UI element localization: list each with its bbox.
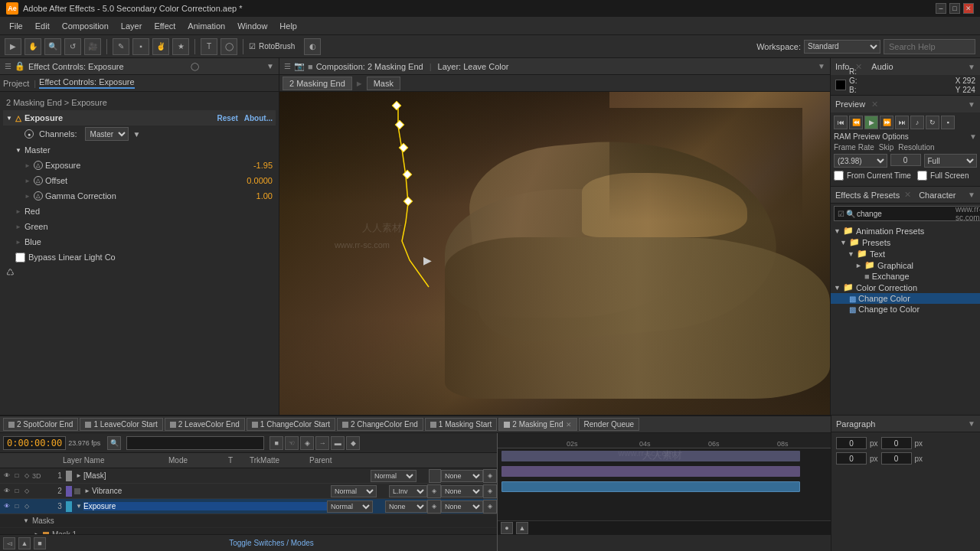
prev-play-btn[interactable]: ▶ — [864, 116, 878, 129]
swirl-icon[interactable]: ♺ — [6, 267, 15, 278]
comp-panel-menu[interactable]: ☰ — [284, 62, 291, 70]
masks-triangle[interactable]: ▼ — [23, 517, 29, 524]
menu-layer[interactable]: Layer — [115, 20, 149, 32]
layer-3-solo[interactable]: ◇ — [22, 502, 31, 511]
ec-gamma-triangle[interactable]: ► — [24, 193, 31, 200]
ec-red-triangle[interactable]: ► — [15, 208, 21, 215]
tool-camera[interactable]: 🎥 — [84, 38, 101, 55]
layer-3-parent-icon[interactable]: ◈ — [483, 500, 497, 514]
panel-close-icon[interactable]: ◯ — [191, 62, 199, 70]
para-input-2[interactable] — [881, 437, 912, 449]
effects-options[interactable]: ▼ — [968, 191, 975, 199]
tab-render-queue[interactable]: Render Queue — [579, 418, 640, 431]
layer-1-parent-icon[interactable]: ◈ — [483, 469, 497, 483]
skip-input[interactable] — [890, 154, 921, 166]
tl-footer-btn-3[interactable]: ■ — [34, 537, 46, 549]
tl-timecode[interactable]: 0:00:00:00 — [3, 436, 66, 450]
tab-2-changecolor-end[interactable]: 2 ChangeColor End — [337, 418, 423, 431]
ram-options-arrow[interactable]: ▼ — [969, 132, 977, 141]
tab-2-leavecolor-end[interactable]: 2 LeaveColor End — [165, 418, 245, 431]
comp-panel-options[interactable]: ▼ — [818, 62, 825, 70]
layer-3-parent[interactable]: None — [441, 500, 483, 513]
prev-first-btn[interactable]: ⏮ — [834, 116, 848, 129]
tool-roto[interactable]: ◐ — [304, 38, 321, 55]
tl-bar-2[interactable] — [501, 466, 800, 477]
panel-menu-icon[interactable]: ☰ — [5, 62, 11, 70]
prev-loop-btn[interactable]: ↻ — [926, 116, 939, 129]
workspace-select[interactable]: Standard — [804, 40, 880, 54]
tool-shape[interactable]: ◯ — [220, 38, 237, 55]
ec-offset-val[interactable]: 0.0000 — [227, 176, 273, 185]
layer-1-mode[interactable]: Normal — [371, 470, 416, 482]
tl-btn-2[interactable]: ☜ — [285, 436, 299, 450]
tl-search-input[interactable] — [126, 436, 264, 450]
res-select[interactable]: Full — [924, 154, 978, 168]
tool-select[interactable]: ▶ — [5, 38, 21, 55]
tl-transport-2[interactable]: ▲ — [516, 522, 528, 534]
menu-edit[interactable]: Edit — [29, 20, 56, 32]
prev-audio-btn[interactable]: ♪ — [910, 116, 924, 129]
character-tab[interactable]: Character — [919, 191, 956, 200]
tool-mask[interactable]: ▪ — [132, 38, 149, 55]
info-options[interactable]: ▼ — [968, 63, 975, 71]
framerate-select[interactable]: (23.98) — [834, 154, 887, 168]
ec-bypass-checkbox[interactable] — [15, 253, 25, 262]
layer-3-eye[interactable]: 👁 — [2, 502, 11, 511]
layer-3-name[interactable]: Exposure — [83, 502, 327, 510]
prev-settings-btn[interactable]: ▪ — [941, 116, 955, 129]
comp-canvas[interactable]: ▶ 人人素材 www.rr-sc.com — [279, 92, 830, 415]
effect-controls-tab[interactable]: Effect Controls: Exposure — [39, 77, 135, 89]
mask-tab[interactable]: Mask — [367, 77, 400, 90]
fullscreen-checkbox[interactable] — [917, 171, 927, 181]
tl-transport-1[interactable]: ● — [501, 522, 513, 534]
menu-animation[interactable]: Animation — [181, 20, 231, 32]
prev-back-btn[interactable]: ⏪ — [849, 116, 863, 129]
tree-exchange[interactable]: ■ Exchange — [831, 271, 980, 282]
tree-presets[interactable]: ▼ 📁 Presets — [831, 236, 980, 248]
ec-gamma-row[interactable]: ► △ Gamma Correction 1.00 — [3, 188, 276, 204]
tree-animation-presets[interactable]: ▼ 📁 Animation Presets — [831, 225, 980, 236]
paragraph-options[interactable]: ▼ — [968, 419, 975, 428]
layer-1-solo[interactable]: ◇ — [22, 471, 31, 481]
prev-last-btn[interactable]: ⏭ — [895, 116, 909, 129]
close-button[interactable]: ✕ — [963, 3, 974, 14]
menu-help[interactable]: Help — [273, 20, 303, 32]
tab-1-masking-start[interactable]: 1 Masking Start — [425, 418, 497, 431]
tree-graphical[interactable]: ► 📁 Graphical — [831, 259, 980, 271]
tool-clone[interactable]: ★ — [172, 38, 189, 55]
ec-channels-select[interactable]: Master — [85, 127, 129, 141]
comp-panel-lock[interactable]: 📷 — [294, 61, 305, 71]
tree-text[interactable]: ▼ 📁 Text — [831, 248, 980, 259]
para-input-4[interactable] — [881, 452, 912, 465]
ec-master-triangle[interactable]: ▼ — [15, 147, 21, 154]
layer-2-mode[interactable]: Normal — [331, 485, 377, 497]
layer-3-trk-icon[interactable]: ◈ — [427, 500, 441, 514]
layer-2-eye[interactable]: 👁 — [2, 487, 11, 496]
tab-2-spotcolor-end[interactable]: 2 SpotColor End — [3, 418, 78, 431]
tab-7-close[interactable]: ✕ — [566, 421, 572, 429]
preview-options-btn[interactable]: ▼ — [968, 100, 975, 109]
layer-1-parent[interactable]: None — [441, 470, 483, 482]
ec-exposure-val-triangle[interactable]: ► — [24, 162, 31, 169]
tool-pen[interactable]: ✎ — [113, 38, 129, 55]
tl-btn-5[interactable]: ▬ — [331, 436, 345, 450]
tl-btn-3[interactable]: ◈ — [300, 436, 314, 450]
ec-reset-button[interactable]: Reset — [217, 114, 238, 122]
para-input-3[interactable] — [836, 452, 867, 465]
para-input-1[interactable] — [836, 437, 867, 449]
menu-window[interactable]: Window — [231, 20, 273, 32]
ec-offset-row[interactable]: ► △ Offset 0.0000 — [3, 173, 276, 188]
prev-forward-btn[interactable]: ⏩ — [880, 116, 893, 129]
tl-switches-modes[interactable]: Toggle Switches / Modes — [229, 539, 314, 547]
ec-green-triangle[interactable]: ► — [15, 223, 21, 230]
tree-change-to-color[interactable]: ▩ Change to Color — [831, 304, 980, 315]
layer-2-trk-icon[interactable]: ◈ — [427, 484, 441, 498]
tree-change-color[interactable]: ▩ Change Color — [831, 293, 980, 304]
layer-1-name[interactable]: [Mask] — [83, 471, 371, 480]
tree-color-correction[interactable]: ▼ 📁 Color Correction — [831, 282, 980, 293]
layer-2-trkmatte[interactable]: L.Inv — [389, 485, 427, 497]
tl-footer-btn-2[interactable]: ▲ — [18, 537, 31, 549]
ec-exposure-val[interactable]: -1.95 — [227, 161, 273, 170]
tl-bar-3[interactable] — [501, 481, 800, 492]
layer-1-expand[interactable]: ► — [74, 472, 83, 479]
